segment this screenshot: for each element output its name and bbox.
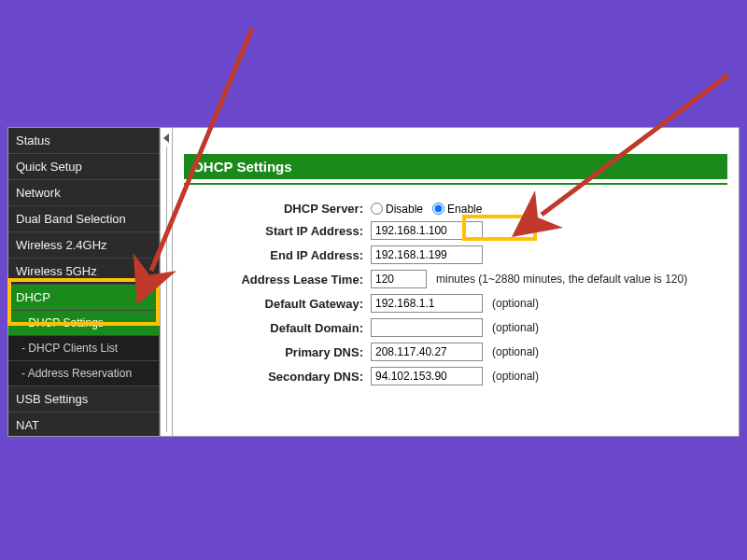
sidebar-item-dhcp[interactable]: DHCP [8,285,159,311]
input-lease[interactable] [371,270,427,288]
radio-enable[interactable] [432,203,444,215]
optional-dns2: (optional) [492,370,539,383]
label-dhcp-server: DHCP Server: [184,202,371,216]
hint-lease: minutes (1~2880 minutes, the default val… [436,273,687,286]
radio-disable-label: Disable [386,203,423,216]
optional-gateway: (optional) [492,297,539,310]
page-title: DHCP Settings [184,154,727,179]
label-dns1: Primary DNS: [184,345,371,359]
sidebar: Status Quick Setup Network Dual Band Sel… [8,128,160,436]
sidebar-item-usb[interactable]: USB Settings [8,386,159,413]
sidebar-collapse-handle[interactable] [160,128,173,436]
sidebar-sub-dhcp-settings[interactable]: - DHCP Settings [8,311,159,336]
sidebar-item-nat[interactable]: NAT [8,413,159,436]
sidebar-item-wireless-24[interactable]: Wireless 2.4GHz [8,232,159,259]
sidebar-item-dual-band[interactable]: Dual Band Selection [8,206,159,232]
content-pane: DHCP Settings DHCP Server: Disable Enabl… [173,128,739,436]
sidebar-sub-address-reservation[interactable]: - Address Reservation [8,361,159,386]
label-lease: Address Lease Time: [184,273,371,287]
input-dns2[interactable] [371,367,483,385]
row-domain: Default Domain: (optional) [184,318,727,337]
optional-domain: (optional) [492,321,539,334]
input-dns1[interactable] [371,343,483,361]
label-end-ip: End IP Address: [184,248,371,262]
input-start-ip[interactable] [371,221,483,240]
radio-disable[interactable] [371,203,383,215]
input-gateway[interactable] [371,294,483,313]
input-domain[interactable] [371,318,483,337]
row-dns1: Primary DNS: (optional) [184,343,727,361]
row-lease: Address Lease Time: minutes (1~2880 minu… [184,270,727,288]
label-domain: Default Domain: [184,321,371,335]
divider-line [166,147,167,432]
sidebar-sub-dhcp-clients[interactable]: - DHCP Clients List [8,336,159,361]
sidebar-item-network[interactable]: Network [8,180,159,206]
row-end-ip: End IP Address: [184,245,727,264]
sidebar-item-status[interactable]: Status [8,128,159,154]
sidebar-item-wireless-5[interactable]: Wireless 5GHz [8,259,159,285]
row-dns2: Secondary DNS: (optional) [184,367,727,385]
input-end-ip[interactable] [371,245,483,264]
label-start-ip: Start IP Address: [184,224,371,238]
row-start-ip: Start IP Address: [184,221,727,240]
label-gateway: Default Gateway: [184,297,371,311]
router-admin-window: Status Quick Setup Network Dual Band Sel… [7,127,740,437]
label-dns2: Secondary DNS: [184,370,371,384]
optional-dns1: (optional) [492,345,539,358]
row-gateway: Default Gateway: (optional) [184,294,727,313]
radio-enable-label: Enable [447,203,482,216]
row-dhcp-server: DHCP Server: Disable Enable [184,202,727,216]
chevron-left-icon [163,133,169,143]
sidebar-item-quick-setup[interactable]: Quick Setup [8,154,159,180]
section-divider [184,183,727,185]
